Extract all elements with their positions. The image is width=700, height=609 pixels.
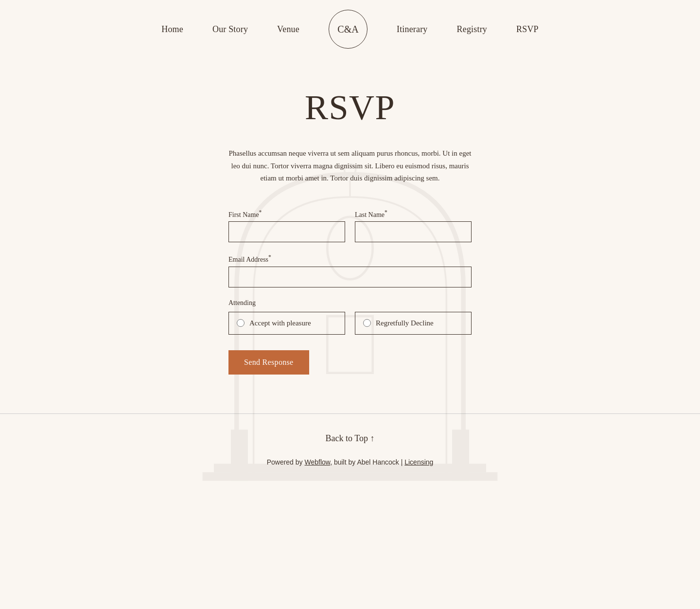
accept-radio[interactable]	[237, 319, 245, 327]
first-name-group: First Name*	[228, 209, 345, 243]
webflow-link[interactable]: Webflow	[304, 458, 330, 466]
email-input[interactable]	[228, 267, 472, 287]
name-row: First Name* Last Name*	[228, 209, 472, 243]
attending-label: Attending	[228, 299, 472, 307]
send-response-button[interactable]: Send Response	[228, 350, 309, 375]
last-name-label: Last Name*	[355, 209, 472, 219]
accept-option[interactable]: Accept with pleasure	[228, 312, 345, 335]
rsvp-form-wrapper: First Name* Last Name* Email Address*	[228, 209, 472, 375]
main-content: RSVP Phasellus accumsan neque viverra ut…	[131, 58, 569, 413]
email-group: Email Address*	[228, 254, 472, 287]
footer: Back to Top ↑ Powered by Webflow, built …	[0, 413, 700, 476]
rsvp-form: First Name* Last Name* Email Address*	[228, 209, 472, 375]
nav-registry[interactable]: Registry	[457, 24, 487, 35]
email-row: Email Address*	[228, 254, 472, 287]
radio-row: Accept with pleasure Regretfully Decline	[228, 312, 472, 335]
main-nav: Home Our Story Venue C&A Itinerary Regis…	[0, 0, 700, 58]
nav-our-story[interactable]: Our Story	[212, 24, 248, 35]
powered-by: Powered by Webflow, built by Abel Hancoc…	[10, 458, 690, 466]
nav-home[interactable]: Home	[161, 24, 183, 35]
email-label: Email Address*	[228, 254, 472, 264]
decline-radio[interactable]	[363, 319, 371, 327]
nav-venue[interactable]: Venue	[277, 24, 299, 35]
nav-itinerary[interactable]: Itinerary	[397, 24, 428, 35]
nav-rsvp[interactable]: RSVP	[516, 24, 539, 35]
first-name-label: First Name*	[228, 209, 345, 219]
last-name-input[interactable]	[355, 221, 472, 242]
decline-option[interactable]: Regretfully Decline	[355, 312, 472, 335]
intro-text: Phasellus accumsan neque viverra ut sem …	[228, 147, 472, 185]
logo: C&A	[329, 10, 368, 49]
back-to-top-link[interactable]: Back to Top ↑	[10, 433, 690, 444]
attending-section: Attending Accept with pleasure Regretful…	[228, 299, 472, 335]
first-name-input[interactable]	[228, 221, 345, 242]
last-name-group: Last Name*	[355, 209, 472, 243]
licensing-link[interactable]: Licensing	[404, 458, 433, 466]
page-title: RSVP	[141, 88, 559, 128]
